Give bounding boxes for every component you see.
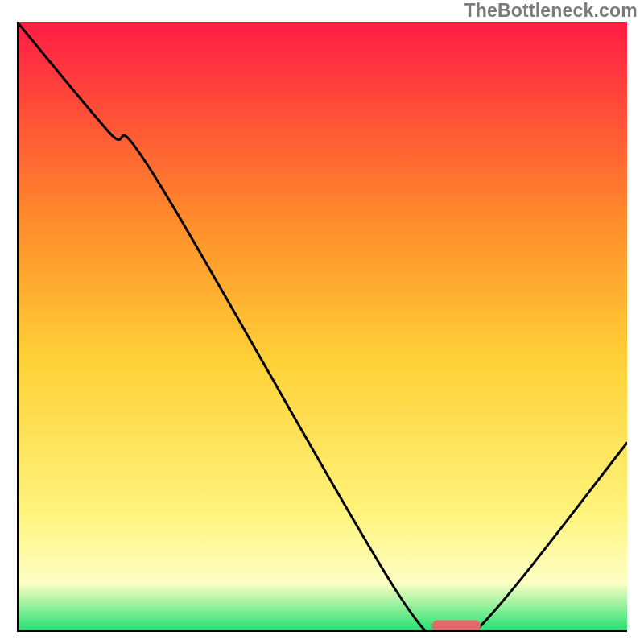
chart-svg bbox=[17, 22, 627, 632]
chart-container: TheBottleneck.com bbox=[0, 0, 644, 644]
plot-background bbox=[17, 22, 627, 632]
plot-area bbox=[17, 22, 627, 632]
watermark-text: TheBottleneck.com bbox=[464, 0, 638, 22]
optimal-marker bbox=[431, 620, 481, 631]
